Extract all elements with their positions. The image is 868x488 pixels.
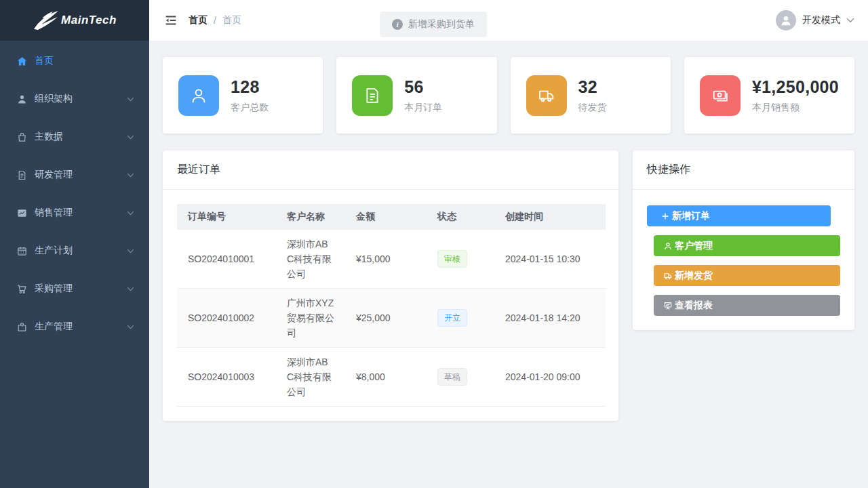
page-content: 128 客户总数 56 本月订单 [149,41,868,488]
order-no-cell: SO2024010002 [177,289,276,348]
add-purchase-receipt-label: 新增采购到货单 [408,18,475,30]
customer-management-button[interactable]: 客户管理 [654,235,840,256]
add-purchase-receipt-button[interactable]: i 新增采购到货单 [380,12,487,37]
chevron-down-icon [127,173,134,178]
order-no-cell: SO2024010001 [177,230,276,289]
sidebar-item-org[interactable]: 组织架构 [0,80,149,118]
customer-cell: 广州市XYZ贸易有限公司 [276,289,345,348]
breadcrumb-item-current: 首页 [222,14,241,26]
stat-value: 32 [578,77,607,97]
user-icon [663,241,673,251]
recent-orders-panel: 最近订单 订单编号 客户名称 金额 [163,150,618,421]
stat-card-customers: 128 客户总数 [163,57,323,134]
status-badge: 审核 [437,250,467,268]
swoosh-logo-icon [33,9,60,32]
view-reports-button[interactable]: 查看报表 [654,295,840,316]
recent-orders-body: 订单编号 客户名称 金额 状态 创建时间 SO2024010001 [163,190,618,421]
chevron-down-icon [846,18,854,23]
panel-title: 快捷操作 [647,163,690,175]
stat-label: 本月订单 [404,102,442,114]
stat-label: 本月销售额 [752,102,839,114]
quick-actions-body: 新增订单 客户管理 新增发货 [633,190,854,330]
stat-text: 56 本月订单 [404,77,442,114]
breadcrumb: 首页 / 首页 [189,14,241,26]
document-icon [16,169,28,181]
stats-row: 128 客户总数 56 本月订单 [163,57,854,134]
stat-label: 客户总数 [231,102,269,114]
order-no-cell: SO2024010003 [177,348,276,407]
info-icon: i [392,19,403,30]
quick-actions-header: 快捷操作 [633,150,854,190]
column-header-amount: 金额 [345,204,427,230]
calendar-icon [16,245,28,257]
table-row: SO2024010001 深圳市ABC科技有限公司 ¥15,000 审核 202… [177,230,606,289]
sidebar-item-home[interactable]: 首页 [0,42,149,80]
sidebar-item-label: 组织架构 [35,93,127,105]
customer-cell: 深圳市ABC科技有限公司 [276,230,345,289]
created-cell: 2024-01-15 10:30 [494,230,606,289]
chevron-down-icon [127,249,134,253]
stat-text: ¥1,250,000 本月销售额 [752,77,839,114]
sidebar-item-label: 生产管理 [35,321,127,333]
chevron-down-icon [127,211,134,216]
add-shipment-label: 新增发货 [675,270,713,282]
table-row: SO2024010002 广州市XYZ贸易有限公司 ¥25,000 开立 202… [177,289,606,348]
stat-card-monthly-sales: ¥1,250,000 本月销售额 [684,57,854,134]
sidebar-item-sales[interactable]: 销售管理 [0,194,149,232]
sidebar-menu: 首页 组织架构 主数据 [0,41,149,346]
stat-value: 128 [231,77,269,97]
cart-icon [16,283,28,295]
column-header-order-no: 订单编号 [177,204,276,230]
stat-label: 待发货 [578,102,607,114]
stat-card-pending-shipments: 32 待发货 [511,57,671,134]
stat-text: 128 客户总数 [231,77,269,114]
recent-orders-header: 最近订单 [163,150,618,190]
sidebar-item-label: 研发管理 [35,169,127,181]
panels-row: 最近订单 订单编号 客户名称 金额 [163,150,854,421]
breadcrumb-item-home[interactable]: 首页 [189,14,208,26]
amount-cell: ¥8,000 [345,348,427,407]
add-order-label: 新增订单 [672,210,710,222]
column-header-customer: 客户名称 [276,204,345,230]
report-icon [663,301,673,310]
stat-value: ¥1,250,000 [752,77,839,97]
table-row: SO2024010003 深圳市ABC科技有限公司 ¥8,000 草稿 2024… [177,348,606,407]
add-order-button[interactable]: 新增订单 [647,205,831,226]
brand-name: MainTech [61,14,117,27]
status-badge: 开立 [437,309,467,327]
chevron-down-icon [127,325,134,329]
sidebar-item-purchasing[interactable]: 采购管理 [0,270,149,308]
money-icon [700,75,741,116]
status-cell: 审核 [427,230,494,289]
customer-icon [178,75,219,116]
sidebar-item-label: 销售管理 [35,207,127,219]
bag-icon [16,131,28,143]
user-icon [16,94,28,105]
column-header-status: 状态 [427,204,494,230]
package-icon [16,321,28,333]
sidebar-collapse-icon[interactable] [163,12,179,28]
sidebar-item-label: 生产计划 [35,245,127,257]
main-area: 首页 / 首页 i 新增采购到货单 开发模式 [149,0,868,488]
add-shipment-button[interactable]: 新增发货 [654,265,840,286]
table-header-row: 订单编号 客户名称 金额 状态 创建时间 [177,204,606,230]
view-reports-label: 查看报表 [675,300,713,312]
stat-card-orders: 56 本月订单 [336,57,496,134]
sidebar-item-masterdata[interactable]: 主数据 [0,118,149,156]
sidebar-item-label: 主数据 [35,131,127,143]
chart-icon [16,207,28,219]
breadcrumb-separator: / [214,15,216,26]
order-icon [352,75,393,116]
plus-icon [660,211,670,221]
user-menu[interactable]: 开发模式 [776,10,854,30]
sidebar-item-manufacturing[interactable]: 生产管理 [0,308,149,346]
home-icon [16,56,28,67]
sidebar-item-label: 首页 [35,55,134,67]
sidebar: MainTech 首页 组织架构 [0,0,149,488]
sidebar-item-rnd[interactable]: 研发管理 [0,156,149,194]
stat-text: 32 待发货 [578,77,607,114]
sidebar-item-production-plan[interactable]: 生产计划 [0,232,149,270]
panel-title: 最近订单 [177,163,220,175]
avatar [776,10,796,30]
orders-table: 订单编号 客户名称 金额 状态 创建时间 SO2024010001 [177,204,606,407]
